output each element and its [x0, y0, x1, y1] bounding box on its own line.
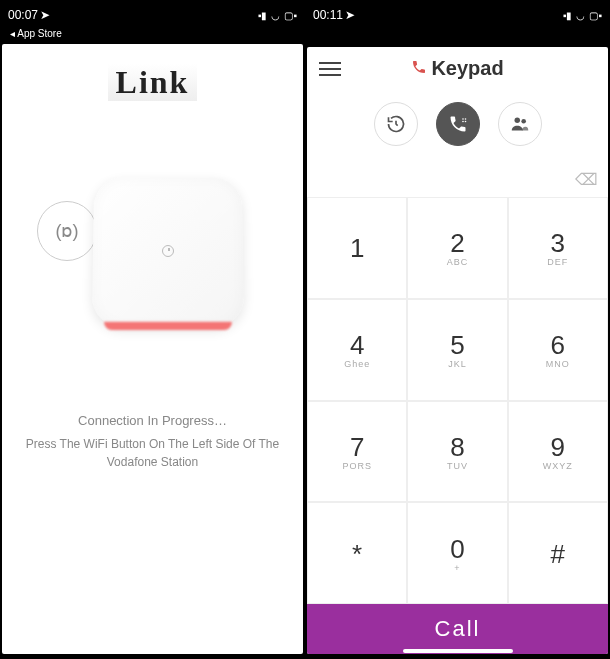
status-bar-left: 00:07 ➤ ▪▮ ◡ ▢▪ [0, 0, 305, 30]
key-9[interactable]: 9WXYZ [508, 401, 608, 503]
svg-point-4 [514, 118, 520, 124]
contacts-tab[interactable] [498, 102, 542, 146]
key-2[interactable]: 2ABC [407, 197, 507, 299]
left-screen: 00:07 ➤ ▪▮ ◡ ▢▪ ◂ App Store Link (ɒ) Con… [0, 0, 305, 659]
link-app: Link (ɒ) Connection In Progress… Press T… [2, 44, 303, 654]
key-star[interactable]: * [307, 502, 407, 604]
status-time: 00:11 [313, 8, 343, 22]
key-hash[interactable]: # [508, 502, 608, 604]
chevron-left-icon: ◂ [10, 28, 15, 39]
battery-icon: ▢▪ [589, 10, 602, 21]
key-5[interactable]: 5JKL [407, 299, 507, 401]
vodafone-station-image [91, 177, 243, 326]
svg-point-1 [464, 118, 466, 120]
wifi-status-icon: ◡ [271, 10, 280, 21]
recent-calls-tab[interactable] [374, 102, 418, 146]
right-screen: 00:11 ➤ ▪▮ ◡ ▢▪ Keypad [305, 0, 610, 659]
keypad-tab[interactable] [436, 102, 480, 146]
back-to-appstore[interactable]: ◂ App Store [0, 28, 305, 39]
key-7[interactable]: 7PORS [307, 401, 407, 503]
wifi-symbol-icon: (ɒ) [56, 220, 79, 242]
keypad-header: Keypad [307, 47, 608, 90]
key-4[interactable]: 4Ghee [307, 299, 407, 401]
location-icon: ➤ [345, 8, 355, 22]
signal-icon: ▪▮ [563, 10, 573, 21]
home-indicator[interactable] [403, 649, 513, 653]
svg-point-3 [464, 121, 466, 123]
wifi-button-indicator: (ɒ) [37, 201, 97, 261]
home-indicator[interactable] [98, 649, 208, 653]
status-time: 00:07 [8, 8, 38, 22]
key-8[interactable]: 8TUV [407, 401, 507, 503]
svg-point-5 [521, 119, 526, 124]
number-display: ⌫ [307, 162, 608, 197]
tab-row [307, 90, 608, 162]
call-button[interactable]: Call [307, 604, 608, 654]
svg-point-0 [462, 118, 464, 120]
location-icon: ➤ [40, 8, 50, 22]
link-header: Link [2, 44, 303, 111]
signal-icon: ▪▮ [258, 10, 268, 21]
phone-icon [411, 59, 427, 79]
connection-status: Connection In Progress… Press The WiFi B… [2, 391, 303, 491]
keypad-app: Keypad ⌫ 1 2ABC 3DEF 4Ghee 5JKL 6MNO 7P [307, 47, 608, 654]
keypad-title: Keypad [431, 57, 503, 80]
menu-button[interactable] [319, 62, 341, 76]
app-title: Link [108, 64, 198, 101]
progress-text: Connection In Progress… [17, 411, 288, 431]
backspace-button[interactable]: ⌫ [575, 170, 598, 189]
key-0[interactable]: 0+ [407, 502, 507, 604]
wifi-status-icon: ◡ [576, 10, 585, 21]
svg-point-2 [462, 121, 464, 123]
key-6[interactable]: 6MNO [508, 299, 608, 401]
battery-icon: ▢▪ [284, 10, 297, 21]
instruction-text: Press The WiFi Button On The Left Side O… [17, 435, 288, 471]
vodafone-logo-icon [161, 245, 173, 257]
status-bar-right: 00:11 ➤ ▪▮ ◡ ▢▪ [305, 0, 610, 30]
keypad-grid: 1 2ABC 3DEF 4Ghee 5JKL 6MNO 7PORS 8TUV 9… [307, 197, 608, 604]
key-3[interactable]: 3DEF [508, 197, 608, 299]
key-1[interactable]: 1 [307, 197, 407, 299]
router-illustration: (ɒ) [2, 111, 303, 391]
